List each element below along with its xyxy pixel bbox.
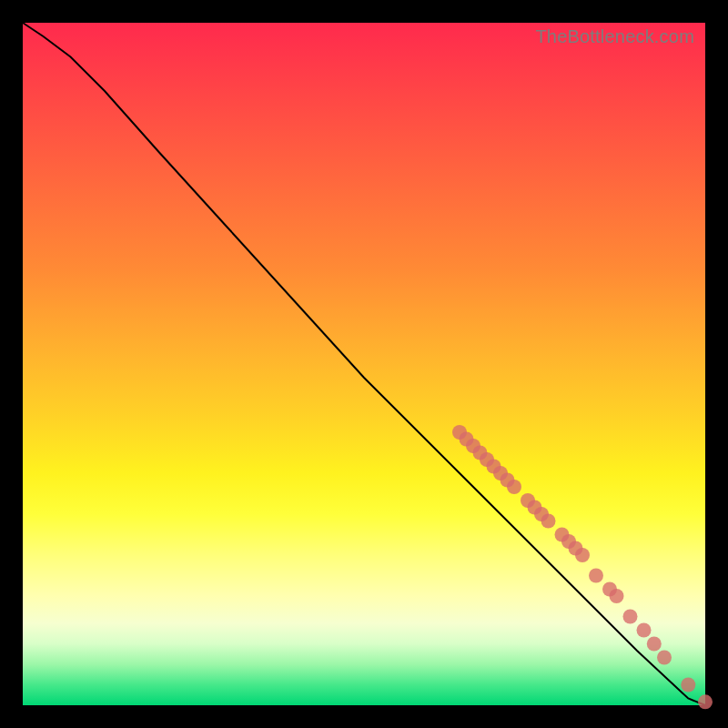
data-dot	[589, 569, 603, 583]
data-dot	[637, 623, 652, 638]
chart-frame: TheBottleneck.com	[0, 0, 728, 728]
data-dot	[541, 514, 556, 529]
data-dot	[647, 637, 662, 652]
data-dot	[657, 651, 672, 665]
chart-curve	[23, 23, 705, 705]
data-dot	[623, 610, 638, 624]
data-dot	[610, 589, 624, 603]
data-dot	[575, 548, 590, 562]
data-dot	[698, 694, 713, 709]
plot-area: TheBottleneck.com	[23, 23, 705, 705]
data-dot	[507, 480, 521, 494]
data-dot	[681, 678, 695, 693]
chart-svg	[23, 23, 705, 705]
data-dots	[452, 425, 713, 709]
